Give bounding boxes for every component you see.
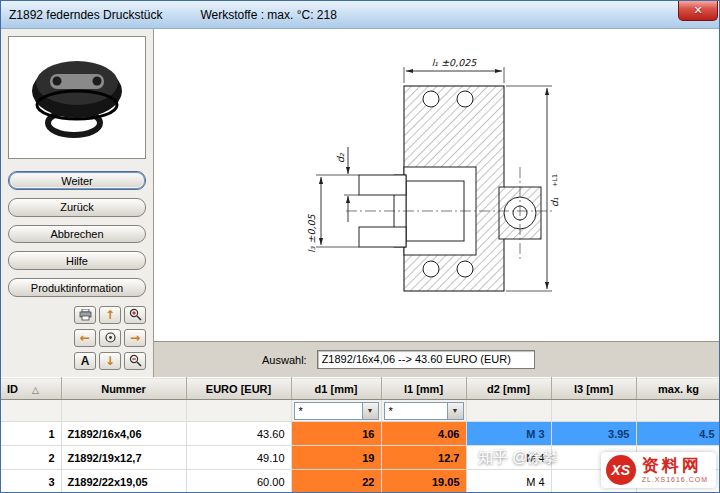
cell-d1: 16 <box>291 422 381 446</box>
arrow-down-icon: ↓ <box>105 355 115 367</box>
cell-d1: 22 <box>291 470 381 493</box>
header-d1[interactable]: d1 [mm] <box>291 378 381 400</box>
app-window: Z1892 federndes Druckstück Werkstoffe : … <box>0 0 720 493</box>
filter-d1: * ▼ <box>291 400 381 422</box>
filter-d1-combo[interactable]: * ▼ <box>294 402 379 420</box>
header-row: ID△ Nummer EURO [EUR] d1 [mm] l1 [mm] d2… <box>1 378 720 400</box>
pan-right-button[interactable]: → <box>124 329 146 347</box>
dim-label-d1: d₁ <box>549 197 560 207</box>
print-button[interactable] <box>74 306 96 324</box>
content-area: l₁ ±0,025 d₁ +L1 d₂ l₃ ±0 <box>154 29 719 377</box>
letter-a-icon: A <box>81 354 90 368</box>
header-l1[interactable]: l1 [mm] <box>381 378 466 400</box>
target-icon <box>104 331 117 344</box>
cell-l3 <box>551 470 636 493</box>
table-row[interactable]: 2 Z1892/19x12,7 49.10 19 12.7 M 4 <box>1 446 720 470</box>
title-bar: Z1892 federndes Druckstück Werkstoffe : … <box>1 1 719 29</box>
arrow-right-icon: → <box>130 332 140 344</box>
dim-label-d2: d₂ <box>335 152 346 163</box>
reset-view-button[interactable] <box>99 329 121 347</box>
arrow-up-icon: ↑ <box>105 309 115 321</box>
header-euro[interactable]: EURO [EUR] <box>186 378 291 400</box>
dim-label-l1: l₁ ±0,025 <box>432 57 478 68</box>
cell-nummer: Z1892/16x4,06 <box>61 422 186 446</box>
cell-maxkg <box>636 446 720 470</box>
filter-row: * ▼ * ▼ <box>1 400 720 422</box>
cell-d2: M 4 <box>466 446 551 470</box>
dim-label-d1-tol: +L1 <box>551 174 559 187</box>
filter-d2 <box>466 400 551 422</box>
cell-l3: 3.95 <box>551 422 636 446</box>
cell-nummer: Z1892/19x12,7 <box>61 446 186 470</box>
printer-icon <box>79 309 92 321</box>
filter-l1-combo[interactable]: * ▼ <box>384 402 464 420</box>
view-toolbar: ↑ ← → A ↓ <box>74 306 146 370</box>
filter-l3 <box>551 400 636 422</box>
pan-left-button[interactable]: ← <box>74 329 96 347</box>
zoom-out-button[interactable] <box>124 352 146 370</box>
table-row[interactable]: 1 Z1892/16x4,06 43.60 16 4.06 M 3 3.95 4… <box>1 422 720 446</box>
arrow-left-icon: ← <box>80 332 90 344</box>
weiter-button[interactable]: Weiter <box>8 171 146 190</box>
plunger-pin-lower <box>359 227 406 247</box>
close-button[interactable]: ✕ <box>678 1 718 21</box>
zurueck-button[interactable]: Zurück <box>8 198 146 217</box>
pan-up-button[interactable]: ↑ <box>99 306 121 324</box>
hilfe-button[interactable]: Hilfe <box>8 251 146 270</box>
filter-d1-dropdown[interactable]: ▼ <box>362 403 378 419</box>
selection-value-field[interactable]: Z1892/16x4,06 --> 43.60 EURO (EUR) <box>317 350 535 369</box>
technical-drawing: l₁ ±0,025 d₁ +L1 d₂ l₃ ±0 <box>154 29 719 341</box>
filter-id <box>1 400 61 422</box>
table-row[interactable]: 3 Z1892/22x19,05 60.00 22 19.05 M 4 <box>1 470 720 493</box>
cell-l1: 12.7 <box>381 446 466 470</box>
plunger-pin-upper <box>359 175 406 195</box>
cell-euro: 60.00 <box>186 470 291 493</box>
cell-id: 1 <box>1 422 61 446</box>
filter-l1-value: * <box>385 405 447 417</box>
cell-id: 3 <box>1 470 61 493</box>
cell-l3 <box>551 446 636 470</box>
cell-d2: M 3 <box>466 422 551 446</box>
cell-euro: 43.60 <box>186 422 291 446</box>
results-table: ID△ Nummer EURO [EUR] d1 [mm] l1 [mm] d2… <box>1 377 720 493</box>
font-button[interactable]: A <box>74 352 96 370</box>
cell-id: 2 <box>1 446 61 470</box>
cell-maxkg <box>636 470 720 493</box>
magnifier-minus-icon <box>129 354 142 367</box>
dim-label-l3: l₃ ±0,05 <box>306 213 317 253</box>
header-l3[interactable]: l3 [mm] <box>551 378 636 400</box>
header-maxkg[interactable]: max. kg <box>636 378 720 400</box>
window-title: Z1892 federndes Druckstück <box>9 8 162 22</box>
filter-l1: * ▼ <box>381 400 466 422</box>
filter-l1-dropdown[interactable]: ▼ <box>447 403 463 419</box>
spring-plunger-photo <box>12 43 142 153</box>
cell-d2: M 4 <box>466 470 551 493</box>
filter-d1-value: * <box>295 405 362 417</box>
sort-icon: △ <box>32 385 39 395</box>
selection-bar: Auswahl: Z1892/16x4,06 --> 43.60 EURO (E… <box>154 341 719 377</box>
header-d2[interactable]: d2 [mm] <box>466 378 551 400</box>
filter-nummer <box>61 400 186 422</box>
zoom-in-button[interactable] <box>124 306 146 324</box>
cell-maxkg: 4.5 <box>636 422 720 446</box>
cell-nummer: Z1892/22x19,05 <box>61 470 186 493</box>
produktinformation-button[interactable]: Produktinformation <box>8 278 146 297</box>
cell-l1: 19.05 <box>381 470 466 493</box>
sidebar: Weiter Zurück Abbrechen Hilfe Produktinf… <box>1 29 154 377</box>
abbrechen-button[interactable]: Abbrechen <box>8 225 146 244</box>
pan-down-button[interactable]: ↓ <box>99 352 121 370</box>
window-subtitle: Werkstoffe : max. °C: 218 <box>200 8 336 22</box>
product-photo <box>8 36 146 159</box>
filter-euro <box>186 400 291 422</box>
magnifier-plus-icon <box>129 308 142 321</box>
header-id[interactable]: ID△ <box>1 378 61 400</box>
cell-euro: 49.10 <box>186 446 291 470</box>
selection-label: Auswahl: <box>262 354 307 366</box>
filter-maxkg <box>636 400 720 422</box>
header-nummer[interactable]: Nummer <box>61 378 186 400</box>
cell-l1: 4.06 <box>381 422 466 446</box>
cell-d1: 19 <box>291 446 381 470</box>
